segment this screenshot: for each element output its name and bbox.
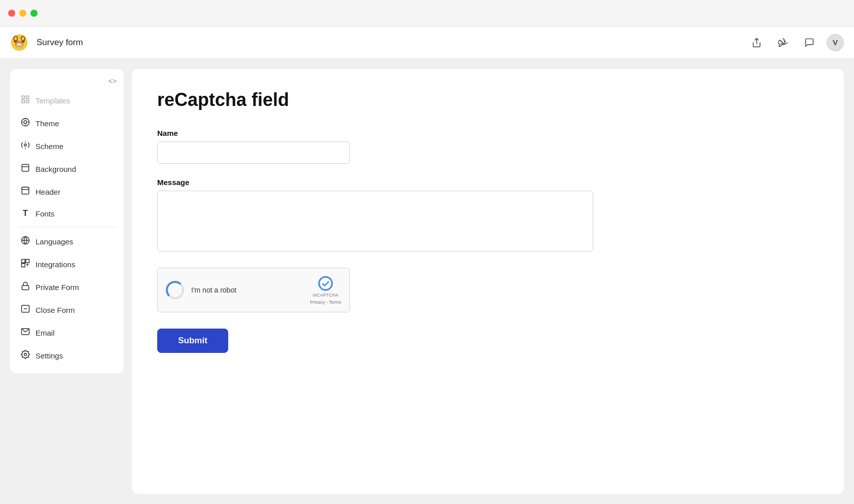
fonts-icon: T	[20, 209, 30, 218]
message-field-group: Message	[157, 178, 819, 254]
minimize-button[interactable]	[19, 10, 26, 17]
main-layout: <> Templates Theme Scheme Background	[0, 59, 854, 504]
sidebar-item-header[interactable]: Header	[10, 181, 124, 203]
svg-rect-28	[22, 187, 29, 194]
svg-point-4	[17, 43, 22, 47]
svg-point-12	[22, 37, 24, 40]
sidebar-item-label: Templates	[35, 96, 70, 105]
collapse-icon: <>	[109, 77, 117, 85]
svg-rect-17	[26, 100, 29, 103]
submit-button[interactable]: Submit	[157, 329, 228, 353]
sidebar-item-label: Header	[35, 188, 60, 196]
titlebar	[0, 0, 854, 26]
settings-icon	[20, 350, 30, 362]
message-label: Message	[157, 178, 819, 187]
page-title: reCaptcha field	[157, 89, 819, 111]
traffic-lights	[8, 10, 38, 17]
background-icon	[20, 163, 30, 175]
private-form-icon	[20, 281, 30, 293]
recaptcha-label: I'm not a robot	[191, 286, 303, 294]
header-icon	[20, 186, 30, 198]
email-icon	[20, 327, 30, 339]
name-field-group: Name	[157, 129, 819, 164]
svg-point-24	[24, 144, 27, 147]
sidebar-item-label: Fonts	[35, 209, 55, 218]
recaptcha-logo: reCAPTCHA Privacy - Terms	[310, 275, 341, 305]
rocket-button[interactable]	[774, 33, 792, 52]
content-area: reCaptcha field Name Message I'm not a r…	[132, 69, 844, 494]
sidebar: <> Templates Theme Scheme Background	[10, 69, 124, 373]
sidebar-item-theme[interactable]: Theme	[10, 112, 124, 135]
recaptcha-icon	[317, 275, 334, 292]
theme-icon	[20, 118, 30, 129]
integrations-icon	[20, 259, 30, 270]
recaptcha-brand-text: reCAPTCHA	[313, 293, 339, 299]
close-form-icon	[20, 304, 30, 316]
recaptcha-widget[interactable]: I'm not a robot reCAPTCHA Privacy - Term…	[157, 268, 350, 312]
user-avatar[interactable]: V	[827, 34, 844, 51]
sidebar-item-label: Private Form	[35, 283, 79, 292]
scheme-icon	[20, 140, 30, 152]
languages-icon	[20, 236, 30, 247]
sidebar-item-settings[interactable]: Settings	[10, 344, 124, 367]
sidebar-item-label: Integrations	[35, 260, 75, 269]
sidebar-divider	[18, 227, 116, 227]
svg-rect-14	[22, 96, 24, 98]
sidebar-item-templates: Templates	[10, 89, 124, 112]
svg-rect-29	[22, 187, 29, 190]
sidebar-item-scheme[interactable]: Scheme	[10, 135, 124, 158]
templates-icon	[20, 95, 30, 106]
svg-point-19	[24, 121, 27, 124]
name-input[interactable]	[157, 141, 350, 164]
svg-rect-34	[22, 264, 25, 267]
maximize-button[interactable]	[30, 10, 38, 17]
sidebar-item-label: Email	[35, 329, 55, 337]
recaptcha-spinner	[166, 281, 184, 299]
close-button[interactable]	[8, 10, 15, 17]
svg-rect-16	[22, 100, 24, 103]
recaptcha-links: Privacy - Terms	[310, 300, 341, 305]
sidebar-item-label: Background	[35, 165, 76, 173]
sidebar-item-label: Close Form	[35, 306, 75, 314]
sidebar-item-private-form[interactable]: Private Form	[10, 276, 124, 299]
toolbar-title: Survey form	[37, 38, 741, 48]
sidebar-item-label: Theme	[35, 119, 59, 128]
toolbar: Survey form V	[0, 26, 854, 59]
svg-rect-35	[22, 285, 29, 290]
svg-rect-32	[22, 260, 25, 263]
svg-rect-33	[26, 260, 29, 263]
svg-rect-27	[22, 164, 29, 171]
svg-point-39	[24, 353, 27, 356]
collapse-button[interactable]: <>	[10, 75, 124, 89]
name-label: Name	[157, 129, 819, 137]
sidebar-item-email[interactable]: Email	[10, 321, 124, 344]
sidebar-item-integrations[interactable]: Integrations	[10, 253, 124, 276]
sidebar-item-languages[interactable]: Languages	[10, 230, 124, 253]
sidebar-item-fonts[interactable]: T Fonts	[10, 203, 124, 224]
app-logo	[10, 33, 28, 52]
sidebar-item-background[interactable]: Background	[10, 158, 124, 181]
svg-rect-15	[26, 96, 29, 98]
share-button[interactable]	[748, 33, 766, 52]
sidebar-item-close-form[interactable]: Close Form	[10, 299, 124, 321]
svg-point-11	[14, 37, 17, 40]
comment-button[interactable]	[800, 33, 819, 52]
sidebar-item-label: Settings	[35, 351, 63, 360]
sidebar-item-label: Scheme	[35, 142, 63, 151]
sidebar-item-label: Languages	[35, 237, 73, 246]
toolbar-actions: V	[748, 33, 844, 52]
message-textarea[interactable]	[157, 191, 593, 251]
